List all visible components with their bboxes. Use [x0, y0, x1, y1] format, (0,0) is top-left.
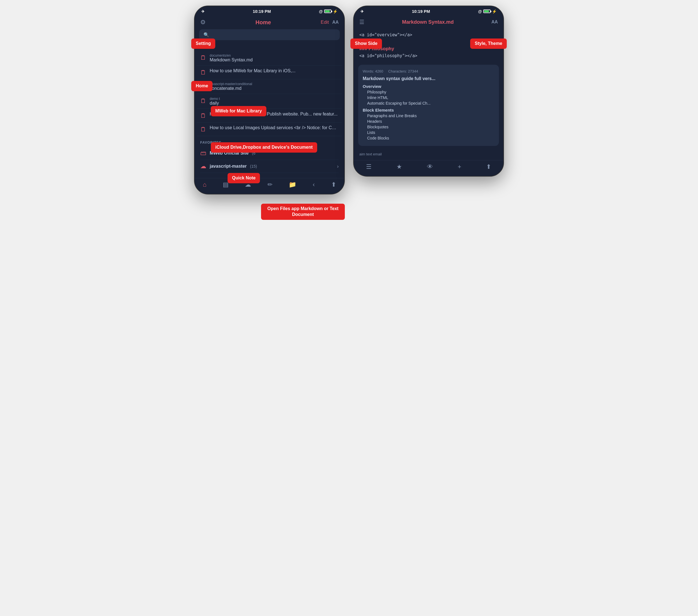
battery-left — [324, 10, 331, 13]
battery-right — [483, 10, 491, 13]
toc-stats: Words: 4260 Characters: 27344 — [363, 69, 494, 73]
cloud-icon: ☁ — [200, 163, 206, 170]
toc-item[interactable]: Headers — [363, 119, 494, 124]
file-name: How to use MWeb for Mac Library in iOS,.… — [210, 68, 339, 73]
file-name: How to use Local Images Upload services … — [210, 125, 339, 130]
airplane-icon-right: ✈ — [361, 9, 364, 14]
toc-h2-overview: Overview — [363, 84, 494, 89]
back-tab-icon[interactable]: ‹ — [313, 181, 315, 188]
toc-item[interactable]: Lists — [363, 130, 494, 135]
aa-button[interactable]: AA — [332, 20, 339, 25]
folder-tab-icon[interactable]: 📁 — [289, 181, 296, 188]
toc-item[interactable]: Code Blocks — [363, 136, 494, 140]
toc-doc-title: Markdown syntax guide full vers... — [363, 76, 494, 81]
toc-popup[interactable]: Words: 4260 Characters: 27344 Markdown s… — [358, 65, 499, 146]
time-left: 10:19 PM — [253, 9, 271, 14]
toc-item[interactable]: Paragraphs and Line Breaks — [363, 114, 494, 118]
settings-icon[interactable]: ⚙ — [200, 19, 206, 26]
style-theme-annotation: Style, Theme — [470, 39, 507, 49]
code-line-2: <a id="philosophy"></a> — [359, 53, 498, 59]
bolt-icon-right: ⚡ — [492, 9, 497, 14]
fav-name: javascript-master — [210, 164, 247, 169]
toc-item[interactable]: Blockquotes — [363, 125, 494, 129]
list-icon[interactable]: ☰ — [366, 163, 372, 170]
edit-button[interactable]: Edit — [321, 19, 329, 25]
favorites-section: FAVORITES 🗃 MWeb Official Site (6 ☁ java… — [195, 136, 344, 175]
hamburger-icon[interactable]: ☰ — [359, 19, 364, 25]
right-phone: ✈ 10:19 PM @ ⚡ ☰ Markdown Syntax.md AA <… — [353, 5, 504, 176]
file-path: javascript-master/conditional — [210, 82, 339, 86]
toc-h2-block: Block Elements — [363, 108, 494, 112]
share-tab-icon[interactable]: ⬆ — [331, 181, 336, 188]
wifi-icon-left: @ — [319, 9, 323, 14]
time-right: 10:19 PM — [412, 9, 430, 14]
mweb-library-annotation: MWeb for Mac Library — [211, 106, 266, 116]
list-item[interactable]: 🗒 documents/en Markdown Syntax.md — [197, 51, 342, 66]
home-title: Home — [255, 19, 271, 26]
footer-line: aim text email — [359, 152, 498, 157]
file-icon: 🗒 — [200, 126, 206, 133]
nav-bar-left: ⚙ Home Edit AA — [195, 16, 344, 29]
airplane-icon-left: ✈ — [201, 9, 205, 14]
folder-icon: 🗃 — [200, 149, 206, 157]
file-path: documents/en — [210, 54, 339, 57]
editor-footer-text: aim text email — [354, 149, 503, 160]
status-bar-left: ✈ 10:19 PM @ ⚡ — [195, 6, 344, 16]
chevron-right-icon: › — [337, 163, 339, 169]
word-count: Words: 4260 — [363, 69, 383, 73]
status-bar-right: ✈ 10:19 PM @ ⚡ — [354, 6, 503, 16]
open-files-annotation: Open Files app Markdown or Text Document — [261, 204, 345, 220]
recent-label: RECENT — [195, 45, 344, 51]
doc-title: Markdown Syntax.md — [402, 19, 454, 25]
file-name: concatenate.md — [210, 86, 339, 91]
share-icon[interactable]: ⬆ — [486, 163, 491, 170]
toc-item[interactable]: Inline HTML — [363, 96, 494, 100]
file-icon: 🗒 — [200, 69, 206, 76]
aa-button-right[interactable]: AA — [491, 19, 498, 25]
list-item[interactable]: ☁ javascript-master (15) › — [200, 160, 339, 173]
char-count: Characters: 27344 — [388, 69, 418, 73]
icloud-annotation: iCloud Drive,Dropbox and Device's Docume… — [211, 142, 317, 153]
quick-note-annotation: Quick Note — [227, 173, 260, 183]
home-tab-icon[interactable]: ⌂ — [203, 181, 206, 188]
file-icon: 🗒 — [200, 97, 206, 105]
file-icon: 🗒 — [200, 54, 206, 61]
search-icon: 🔍 — [204, 32, 209, 37]
file-list: 🗒 documents/en Markdown Syntax.md 🗒 How … — [195, 51, 344, 136]
code-line-1: <a id="overview"></a> — [359, 31, 498, 38]
file-path: demo t — [210, 97, 339, 101]
left-phone: ✈ 10:19 PM @ ⚡ ⚙ Home Edit AA — [194, 5, 345, 195]
editor-bottom-bar: ☰ ★ 👁 + ⬆ — [354, 160, 503, 176]
list-item[interactable]: 🗒 How to use Local Images Upload service… — [197, 123, 342, 136]
bolt-icon-left: ⚡ — [333, 9, 337, 14]
list-item[interactable]: 🗒 javascript-master/conditional concaten… — [197, 79, 342, 94]
home-annotation: Home — [191, 81, 212, 91]
add-icon[interactable]: + — [458, 163, 461, 170]
edit-tab-icon[interactable]: ✏ — [267, 181, 273, 188]
fav-count: (15) — [250, 164, 257, 169]
wifi-icon-right: @ — [478, 9, 482, 14]
bottom-tabs-left: ⌂ ▤ ☁ ✏ 📁 ‹ ⬆ — [195, 178, 344, 194]
file-icon: 🗒 — [200, 112, 206, 119]
star-icon[interactable]: ★ — [396, 163, 402, 170]
toc-item[interactable]: Philosophy — [363, 90, 494, 94]
preview-icon[interactable]: 👁 — [427, 163, 433, 170]
list-item[interactable]: 🗒 How to use MWeb for Mac Library in iOS… — [197, 66, 342, 79]
search-bar[interactable]: 🔍 — [199, 29, 340, 40]
setting-annotation: Setting — [191, 39, 215, 49]
toc-item[interactable]: Automatic Escaping for Special Ch... — [363, 101, 494, 105]
file-name: daily — [210, 101, 339, 106]
nav-bar-right: ☰ Markdown Syntax.md AA — [354, 16, 503, 29]
file-name: Markdown Syntax.md — [210, 57, 339, 62]
show-side-annotation: Show Side — [350, 39, 382, 49]
